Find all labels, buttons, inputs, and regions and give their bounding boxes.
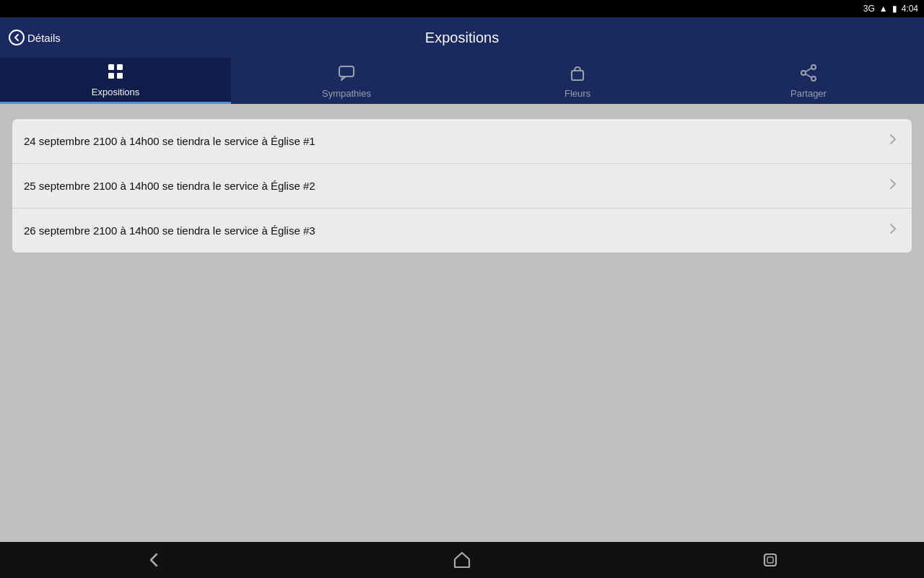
svg-rect-0	[108, 64, 114, 70]
battery-icon: ▮	[892, 4, 897, 14]
tab-bar: Expositions Sympathies Fleurs	[0, 58, 924, 104]
chevron-right-icon	[886, 177, 900, 195]
chevron-right-icon	[886, 222, 900, 240]
nav-recents-button[interactable]	[746, 544, 795, 576]
list-item-text: 24 septembre 2100 à 14h00 se tiendra le …	[24, 135, 315, 147]
list-item-text: 26 septembre 2100 à 14h00 se tiendra le …	[24, 224, 315, 237]
list-item[interactable]: 26 septembre 2100 à 14h00 se tiendra le …	[12, 209, 912, 253]
svg-rect-2	[108, 73, 114, 79]
main-content: 24 septembre 2100 à 14h00 se tiendra le …	[0, 104, 924, 268]
nav-home-button[interactable]	[437, 544, 487, 576]
svg-rect-5	[572, 71, 583, 80]
svg-point-6	[811, 65, 816, 69]
grid-icon	[106, 62, 125, 84]
expositions-list: 24 septembre 2100 à 14h00 se tiendra le …	[12, 118, 912, 253]
bottom-nav-bar	[0, 542, 924, 578]
tab-partager-label: Partager	[790, 88, 827, 99]
svg-marker-11	[455, 553, 469, 567]
back-chevron-icon	[9, 30, 25, 45]
svg-rect-3	[117, 73, 123, 79]
tab-sympathies[interactable]: Sympathies	[231, 58, 462, 104]
svg-rect-13	[767, 557, 773, 563]
svg-point-8	[811, 76, 816, 81]
tab-partager[interactable]: Partager	[693, 58, 924, 104]
tab-fleurs-label: Fleurs	[565, 88, 590, 99]
chat-icon	[337, 64, 356, 85]
svg-line-10	[806, 74, 811, 77]
signal-icon: ▲	[879, 4, 888, 14]
share-icon	[799, 64, 818, 85]
nav-back-button[interactable]	[129, 544, 178, 576]
network-indicator: 3G	[863, 4, 875, 14]
tab-sympathies-label: Sympathies	[322, 88, 371, 99]
bag-icon	[568, 64, 587, 85]
list-item-text: 25 septembre 2100 à 14h00 se tiendra le …	[24, 180, 315, 192]
back-button-label: Détails	[27, 32, 61, 44]
svg-line-9	[806, 68, 811, 71]
tab-expositions[interactable]: Expositions	[0, 58, 231, 104]
svg-rect-12	[764, 554, 776, 566]
action-bar: Détails Expositions	[0, 17, 924, 58]
svg-point-7	[801, 71, 806, 75]
tab-fleurs[interactable]: Fleurs	[462, 58, 693, 104]
svg-rect-4	[339, 66, 354, 76]
list-item[interactable]: 25 septembre 2100 à 14h00 se tiendra le …	[12, 164, 912, 209]
chevron-right-icon	[886, 132, 900, 150]
list-item[interactable]: 24 septembre 2100 à 14h00 se tiendra le …	[12, 119, 912, 164]
svg-rect-1	[117, 64, 123, 70]
tab-expositions-label: Expositions	[92, 87, 139, 97]
status-bar: 3G ▲ ▮ 4:04	[0, 0, 924, 17]
time-display: 4:04	[902, 4, 918, 14]
page-title: Expositions	[425, 30, 499, 46]
back-button[interactable]: Détails	[0, 17, 69, 58]
